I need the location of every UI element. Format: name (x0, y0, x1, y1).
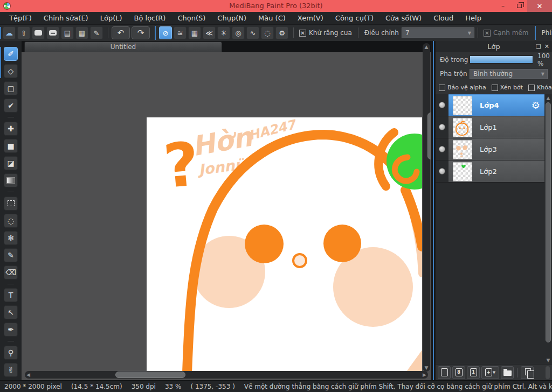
eyedropper-tool-button[interactable]: ⚲ (4, 346, 18, 360)
layer-row[interactable]: Lớp1 (436, 116, 544, 138)
visibility-cell[interactable] (436, 138, 448, 160)
menu-edit[interactable]: Chỉnh sửa(E) (38, 12, 94, 25)
canvas-hscrollbar[interactable]: ◀ ▶ (25, 371, 428, 379)
lock-checkbox[interactable] (528, 85, 535, 91)
menu-view[interactable]: Xem(V) (292, 12, 329, 25)
menu-cloud[interactable]: Cloud (427, 12, 459, 25)
undo-button[interactable]: ↶ (112, 26, 130, 39)
panel-close-icon[interactable]: ✕ (544, 43, 549, 50)
snap-radial-button[interactable]: ✳ (217, 26, 230, 39)
menu-snap[interactable]: Chụp(N) (211, 12, 252, 25)
snap-ellipse-button[interactable]: ◌ (261, 26, 274, 39)
popout-icon[interactable]: ❏ (536, 43, 541, 50)
alpha-lock-checkbox[interactable] (439, 85, 445, 91)
new-1bit-layer-button[interactable]: 1 (467, 366, 480, 379)
add-layer-button[interactable]: + ▼ (481, 366, 499, 379)
magic-wand-tool-button[interactable]: ✻ (4, 231, 18, 245)
lock-option[interactable]: Khóa (528, 84, 552, 91)
scroll-down-icon[interactable]: ▼ (544, 358, 552, 363)
layer-gear-icon[interactable]: ⚙ (532, 100, 540, 111)
material-button[interactable]: ▦ (75, 26, 88, 39)
footer-mini-scrollbar[interactable] (546, 366, 550, 379)
select-rect-tool-button[interactable] (4, 197, 18, 211)
fill-rect-tool-button[interactable]: ■ (4, 139, 18, 153)
duplicate-layer-button[interactable] (521, 366, 534, 379)
hscrollbar-thumb[interactable] (115, 372, 185, 378)
scroll-left-icon[interactable]: ◀ (26, 372, 30, 378)
visibility-cell[interactable] (436, 116, 448, 138)
brush-tool-button[interactable]: ✐ (4, 47, 18, 61)
pen-tool-button[interactable]: ✒ (4, 323, 18, 337)
menu-tools[interactable]: Công cụ(T) (329, 12, 380, 25)
layer-row-body[interactable]: Lớp2 (448, 160, 544, 182)
clipping-checkbox[interactable] (492, 85, 498, 91)
layer-folder-button[interactable] (501, 366, 514, 379)
layer-thumbnail[interactable] (453, 118, 472, 137)
layer-row[interactable]: Lớp2 (436, 160, 544, 183)
chat-button[interactable] (46, 26, 59, 39)
snap-vanishing-button[interactable]: ≪ (203, 26, 216, 39)
clipping-option[interactable]: Xén bớt (492, 84, 523, 91)
drawing-canvas[interactable]: Hờn HA247 Jonnü ? (147, 117, 422, 372)
select-pen-tool-button[interactable]: ✎ (4, 248, 18, 262)
menu-layer[interactable]: Lớp(L) (94, 12, 128, 25)
layer-row[interactable]: Lớp4 ⚙ (436, 94, 544, 116)
canvas-vscrollbar[interactable]: ▲ ▼ (423, 43, 430, 372)
layer-row[interactable]: Lớp3 (436, 138, 544, 160)
comment-button[interactable] (32, 26, 45, 39)
scroll-up-icon[interactable]: ▲ (423, 44, 430, 50)
menu-window[interactable]: Cửa sổ(W) (380, 12, 427, 25)
gradient-tool-button[interactable] (4, 173, 18, 187)
document-button[interactable]: ▤ (61, 26, 74, 39)
snap-concentric-button[interactable]: ◎ (232, 26, 245, 39)
shape-tool-button[interactable]: ▢ (4, 81, 18, 95)
menu-help[interactable]: Help (459, 12, 487, 25)
document-tab[interactable]: Untitled (24, 41, 222, 52)
snap-settings-button[interactable]: ⚙ (275, 26, 288, 39)
alpha-lock-option[interactable]: Bảo vệ alpha (439, 84, 486, 91)
lasso-tool-button[interactable]: ◌ (4, 214, 18, 228)
snap-parallel-button[interactable]: ≋ (174, 26, 187, 39)
opacity-slider[interactable] (470, 55, 533, 64)
new-layer-button[interactable] (438, 366, 451, 379)
layer-row-body[interactable]: Lớp3 (448, 138, 544, 160)
visibility-icon[interactable] (439, 146, 445, 152)
visibility-cell[interactable] (436, 94, 448, 116)
adjust-dropdown[interactable]: 7 ▼ (402, 27, 474, 38)
layer-row-body[interactable]: Lớp1 (448, 116, 544, 138)
layer-row-body-selected[interactable]: Lớp4 ⚙ (448, 94, 544, 116)
hand-tool-button[interactable]: ✌ (4, 363, 18, 377)
layer-list-scrollbar[interactable]: ▲ ▼ (544, 94, 552, 364)
blend-dropdown[interactable]: Bình thường ▼ (470, 69, 548, 79)
eraser-tool-button[interactable]: ◇ (4, 64, 18, 78)
snap-curve-button[interactable]: ∿ (246, 26, 259, 39)
move-tool-button[interactable]: ✚ (4, 122, 18, 136)
cloud-save-button[interactable]: ☁ (3, 26, 16, 39)
scroll-right-icon[interactable]: ▶ (423, 372, 426, 378)
snap-off-button[interactable]: ⊘ (159, 26, 172, 39)
layer-thumbnail[interactable] (453, 96, 472, 115)
grid-edit-button[interactable]: ✎ (90, 26, 103, 39)
redo-button[interactable]: ↷ (132, 26, 150, 39)
menu-select[interactable]: Chọn(S) (171, 12, 211, 25)
soft-edge-checkbox[interactable]: ✕ (484, 30, 491, 37)
operation-tool-button[interactable]: ↖ (4, 305, 18, 319)
snap-grid-button[interactable]: ▦ (188, 26, 201, 39)
scroll-down-icon[interactable]: ▼ (423, 365, 430, 370)
layer-scrollbar-thumb[interactable] (546, 102, 551, 342)
vscrollbar-thumb[interactable] (427, 113, 431, 159)
visibility-cell[interactable] (436, 160, 448, 182)
layer-thumbnail[interactable] (453, 162, 472, 181)
layer-thumbnail[interactable] (453, 140, 472, 159)
bucket-tool-button[interactable]: ◪ (4, 156, 18, 170)
new-8bit-layer-button[interactable]: 8 (452, 366, 465, 379)
visibility-icon[interactable] (439, 102, 445, 108)
text-tool-button[interactable]: T (4, 288, 18, 302)
menu-color[interactable]: Màu (C) (252, 12, 292, 25)
menu-filter[interactable]: Bộ lọc(R) (128, 12, 172, 25)
visibility-icon[interactable] (439, 124, 445, 130)
visibility-icon[interactable] (439, 168, 445, 174)
scroll-up-icon[interactable]: ▲ (544, 95, 552, 101)
export-button[interactable]: ⇧ (17, 26, 30, 39)
select-eraser-tool-button[interactable]: ⌫ (4, 265, 18, 279)
